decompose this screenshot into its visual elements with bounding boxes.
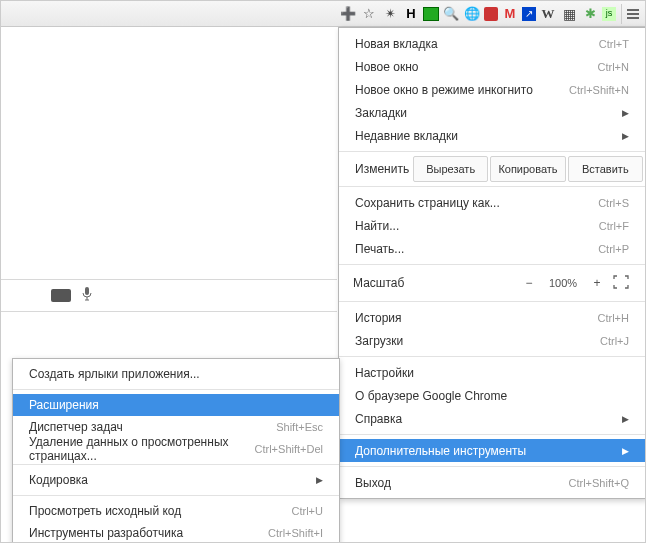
menu-save-as[interactable]: Сохранить страницу как... Ctrl+S — [339, 191, 645, 214]
menu-exit[interactable]: Выход Ctrl+Shift+Q — [339, 471, 645, 494]
menu-shortcut: Ctrl+P — [598, 243, 629, 255]
menu-edit-row: Изменить Вырезать Копировать Вставить — [339, 156, 645, 182]
chevron-right-icon: ▶ — [617, 446, 629, 456]
menu-shortcut: Ctrl+H — [598, 312, 629, 324]
menu-separator — [13, 495, 339, 496]
paste-button[interactable]: Вставить — [568, 156, 643, 182]
menu-settings[interactable]: Настройки — [339, 361, 645, 384]
fullscreen-button[interactable] — [613, 275, 631, 291]
menu-item-label: Выход — [355, 476, 568, 490]
chevron-right-icon: ▶ — [617, 414, 629, 424]
menu-about[interactable]: О браузере Google Chrome — [339, 384, 645, 407]
menu-find[interactable]: Найти... Ctrl+F — [339, 214, 645, 237]
submenu-encoding[interactable]: Кодировка ▶ — [13, 469, 339, 491]
cut-button[interactable]: Вырезать — [413, 156, 488, 182]
chevron-right-icon: ▶ — [617, 131, 629, 141]
content-divider — [1, 311, 337, 312]
menu-shortcut: Ctrl+U — [292, 505, 323, 517]
menu-item-label: Загрузки — [355, 334, 600, 348]
menu-edit-label: Изменить — [341, 156, 411, 182]
menu-shortcut: Ctrl+Shift+Del — [255, 443, 323, 455]
flag-icon[interactable] — [423, 7, 439, 21]
menu-separator — [339, 434, 645, 435]
menu-item-label: Инструменты разработчика — [29, 526, 268, 540]
menu-separator — [13, 464, 339, 465]
gmail-icon[interactable]: M — [501, 5, 519, 23]
extension-toolbar: ➕ ☆ ✴ H 🔍 🌐 M ↗ W ▦ ✱ js — [1, 1, 645, 27]
menu-separator — [339, 151, 645, 152]
menu-item-label: Удаление данных о просмотренных страница… — [29, 435, 255, 463]
menu-item-label: Новое окно в режиме инкогнито — [355, 83, 569, 97]
arrow-icon[interactable]: ↗ — [522, 7, 536, 21]
menu-item-label: Кодировка — [29, 473, 311, 487]
menu-item-label: Новое окно — [355, 60, 598, 74]
zoom-in-button[interactable]: + — [587, 274, 607, 292]
submenu-clear-data[interactable]: Удаление данных о просмотренных страница… — [13, 438, 339, 460]
menu-item-label: Справка — [355, 412, 617, 426]
menu-item-label: Найти... — [355, 219, 599, 233]
menu-separator — [339, 301, 645, 302]
svg-rect-0 — [85, 287, 89, 295]
zoom-value: 100% — [545, 277, 581, 289]
menu-separator — [339, 186, 645, 187]
chevron-right-icon: ▶ — [617, 108, 629, 118]
menu-shortcut: Ctrl+Shift+I — [268, 527, 323, 539]
menu-print[interactable]: Печать... Ctrl+P — [339, 237, 645, 260]
menu-history[interactable]: История Ctrl+H — [339, 306, 645, 329]
menu-item-label: Новая вкладка — [355, 37, 599, 51]
js-icon[interactable]: js — [602, 7, 616, 21]
menu-downloads[interactable]: Загрузки Ctrl+J — [339, 329, 645, 352]
submenu-dev-tools[interactable]: Инструменты разработчика Ctrl+Shift+I — [13, 522, 339, 543]
menu-more-tools[interactable]: Дополнительные инструменты ▶ — [339, 439, 645, 462]
content-divider — [1, 279, 337, 280]
menu-item-label: Закладки — [355, 106, 617, 120]
submenu-create-shortcuts[interactable]: Создать ярлыки приложения... — [13, 363, 339, 385]
zoom-label: Масштаб — [353, 276, 513, 290]
menu-item-label: Настройки — [355, 366, 629, 380]
menu-shortcut: Ctrl+J — [600, 335, 629, 347]
menu-item-label: Печать... — [355, 242, 598, 256]
menu-item-label: История — [355, 311, 598, 325]
menu-item-label: Сохранить страницу как... — [355, 196, 598, 210]
menu-separator — [13, 389, 339, 390]
menu-separator — [339, 466, 645, 467]
menu-help[interactable]: Справка ▶ — [339, 407, 645, 430]
search-input-tools — [51, 286, 93, 305]
menu-shortcut: Ctrl+Shift+Q — [568, 477, 629, 489]
menu-shortcut: Ctrl+F — [599, 220, 629, 232]
menu-shortcut: Ctrl+S — [598, 197, 629, 209]
zoom-out-button[interactable]: − — [519, 274, 539, 292]
globe-icon[interactable]: 🌐 — [463, 5, 481, 23]
menu-item-label: Расширения — [29, 398, 323, 412]
evernote-icon[interactable]: ✱ — [581, 5, 599, 23]
star-icon[interactable]: ☆ — [360, 5, 378, 23]
menu-incognito[interactable]: Новое окно в режиме инкогнито Ctrl+Shift… — [339, 78, 645, 101]
menu-recent-tabs[interactable]: Недавние вкладки ▶ — [339, 124, 645, 147]
menu-item-label: Создать ярлыки приложения... — [29, 367, 323, 381]
magnifier-icon[interactable]: 🔍 — [442, 5, 460, 23]
bug-icon[interactable]: ✴ — [381, 5, 399, 23]
keyboard-icon[interactable] — [51, 289, 71, 302]
letter-h-icon[interactable]: H — [402, 5, 420, 23]
submenu-view-source[interactable]: Просмотреть исходный код Ctrl+U — [13, 500, 339, 522]
menu-bookmarks[interactable]: Закладки ▶ — [339, 101, 645, 124]
menu-shortcut: Shift+Esc — [276, 421, 323, 433]
qr-icon[interactable]: ▦ — [560, 5, 578, 23]
dev-icon[interactable] — [484, 7, 498, 21]
more-tools-submenu: Создать ярлыки приложения... Расширения … — [12, 358, 340, 543]
menu-shortcut: Ctrl+T — [599, 38, 629, 50]
menu-zoom-row: Масштаб − 100% + — [339, 269, 645, 297]
plus-icon[interactable]: ➕ — [339, 5, 357, 23]
microphone-icon[interactable] — [81, 286, 93, 305]
menu-shortcut: Ctrl+Shift+N — [569, 84, 629, 96]
copy-button[interactable]: Копировать — [490, 156, 565, 182]
main-menu: Новая вкладка Ctrl+T Новое окно Ctrl+N Н… — [338, 27, 646, 499]
menu-button[interactable] — [621, 4, 643, 24]
submenu-extensions[interactable]: Расширения — [13, 394, 339, 416]
menu-new-tab[interactable]: Новая вкладка Ctrl+T — [339, 32, 645, 55]
menu-separator — [339, 264, 645, 265]
menu-item-label: Недавние вкладки — [355, 129, 617, 143]
letter-w-icon[interactable]: W — [539, 5, 557, 23]
menu-new-window[interactable]: Новое окно Ctrl+N — [339, 55, 645, 78]
menu-item-label: Просмотреть исходный код — [29, 504, 292, 518]
